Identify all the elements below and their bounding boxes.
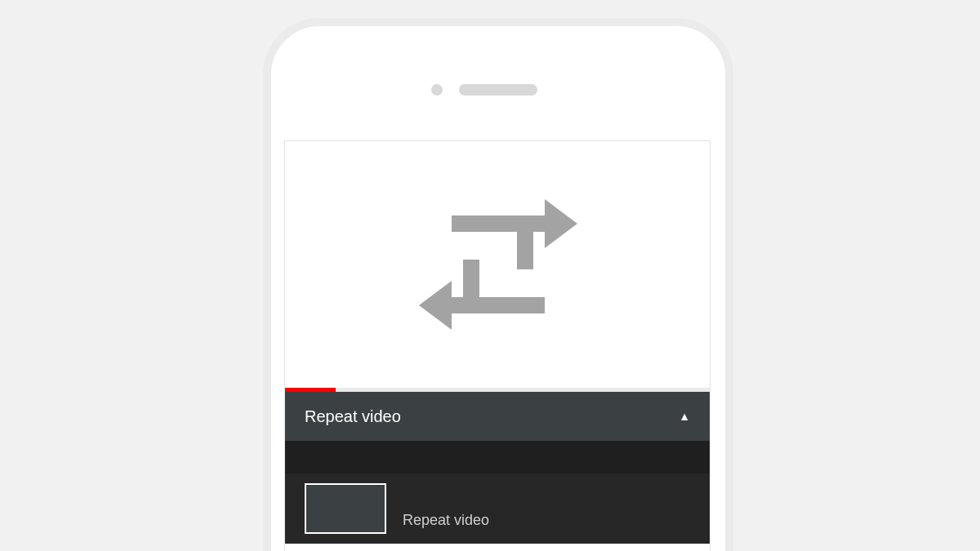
title-row-label: Repeat video — [305, 407, 401, 426]
playlist-item-label: Repeat video — [403, 512, 489, 529]
svg-rect-2 — [517, 232, 533, 269]
svg-marker-4 — [419, 281, 452, 330]
playlist-gap — [285, 441, 710, 473]
video-player-area[interactable] — [285, 141, 710, 388]
repeat-loop-icon — [408, 188, 587, 341]
speaker-slot-icon — [459, 84, 537, 96]
svg-marker-1 — [545, 199, 577, 248]
collapse-caret-up-icon: ▲ — [679, 411, 690, 422]
svg-rect-0 — [452, 216, 545, 232]
svg-rect-3 — [452, 297, 545, 313]
phone-screen: Repeat video ▲ Repeat video — [284, 140, 710, 551]
camera-dot-icon — [431, 84, 443, 96]
playlist-item[interactable]: Repeat video — [285, 473, 710, 544]
playlist-item-thumbnail — [305, 483, 386, 534]
repeat-video-title-row[interactable]: Repeat video ▲ — [285, 392, 710, 441]
phone-device-frame: Repeat video ▲ Repeat video — [263, 18, 733, 551]
svg-rect-5 — [463, 260, 479, 297]
phone-top-bezel — [271, 26, 725, 140]
